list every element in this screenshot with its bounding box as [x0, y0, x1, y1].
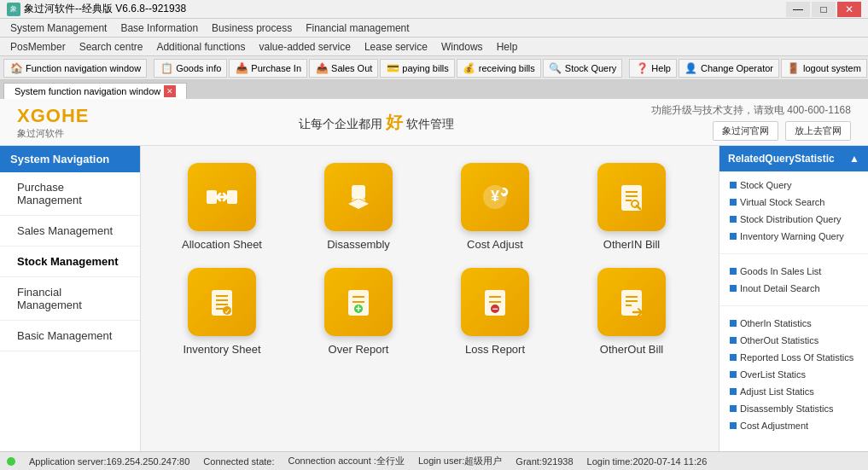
bullet-icon [730, 285, 737, 292]
sales-icon: 📤 [315, 61, 329, 75]
icon-item-otherout-bill[interactable]: OtherOut Bill [576, 268, 687, 356]
paying-icon: 💳 [386, 61, 399, 75]
login-time: Login time:2020-07-14 11:26 [587, 456, 708, 467]
toolbar-purchase-in[interactable]: 📥 Purchase In [229, 59, 307, 78]
bullet-icon [730, 216, 737, 223]
toolbar-sales-label: Sales Out [331, 63, 372, 73]
menu-lease-service[interactable]: Lease service [358, 39, 434, 55]
purchase-icon: 📥 [235, 61, 248, 75]
bullet-icon [730, 320, 737, 327]
menu-business-process[interactable]: Business process [205, 20, 299, 36]
toolbar-goods-info[interactable]: 📋 Goods info [154, 59, 227, 78]
menu-search-centre[interactable]: Search centre [73, 39, 150, 55]
icon-item-disassembly[interactable]: Disassembly [303, 163, 414, 251]
sidebar-item-stock-management[interactable]: Stock Management [0, 247, 140, 277]
loss-report-label: Loss Report [465, 343, 525, 356]
right-panel-stock-distribution-query[interactable]: Stock Distribution Query [726, 211, 861, 228]
tagline: 让每个企业都用 好 软件管理 [299, 111, 454, 134]
over-report-label: Over Report [329, 343, 389, 356]
close-button[interactable]: ✕ [837, 2, 861, 17]
server-info: Application server:169.254.250.247:80 [29, 456, 189, 467]
icon-item-allocation-sheet[interactable]: Allocation Sheet [166, 163, 277, 251]
menu-additional-functions[interactable]: Additional functions [149, 39, 252, 55]
title-text: 象过河软件--经典版 V6.6.8--921938 [24, 2, 186, 16]
tab-system-nav[interactable]: System function navigation window ✕ [3, 83, 187, 99]
right-panel-title: RelatedQueryStatistic [728, 153, 835, 165]
right-panel-section-3: OtherIn Statistics OtherOut Statistics R… [719, 310, 868, 439]
sidebar-item-financial-management[interactable]: Financial Management [0, 277, 140, 321]
right-panel-adjust-list-statics[interactable]: Adjust List Statics [726, 383, 861, 400]
icon-item-cost-adjust[interactable]: ¥ Cost Adjust [440, 163, 551, 251]
cost-adjust-label: Cost Adjust [467, 238, 523, 251]
close-icon: ✕ [164, 85, 176, 97]
go-up-button[interactable]: 放上去官网 [785, 121, 851, 141]
icon-item-inventory-sheet[interactable]: ✓ Inventory Sheet [166, 268, 277, 356]
logo-text: XGOHE [17, 105, 89, 127]
menu-system-management[interactable]: System Management [3, 20, 114, 36]
toolbar-sales-out[interactable]: 📤 Sales Out [309, 59, 378, 78]
official-site-button[interactable]: 象过河官网 [713, 121, 778, 141]
menu-help[interactable]: Help [490, 39, 525, 55]
right-panel-otherout-statistics[interactable]: OtherOut Statistics [726, 332, 861, 349]
toolbar-stock-query[interactable]: 🔍 Stock Query [543, 59, 623, 78]
right-panel-disassembly-statistics[interactable]: Disassembly Statistics [726, 400, 861, 417]
sidebar-item-purchase-management[interactable]: Purchase Management [0, 172, 140, 216]
tagline-part2: 软件管理 [406, 117, 454, 131]
loss-report-icon: − [461, 268, 529, 336]
right-panel-section-1: Stock Query Virtual Stock Search Stock D… [719, 171, 868, 250]
right-panel-expand-icon[interactable]: ▲ [849, 153, 859, 165]
right-divider-2 [719, 305, 868, 306]
bullet-icon [730, 182, 737, 189]
toolbar-change-operator[interactable]: 👤 Change Operator [679, 59, 779, 78]
maximize-button[interactable]: □ [812, 2, 836, 17]
title-bar-controls: — □ ✕ [786, 2, 861, 17]
svg-text:+: + [355, 303, 361, 315]
svg-text:¥: ¥ [491, 188, 499, 205]
grant-info: Grant:921938 [516, 456, 573, 467]
sidebar-item-sales-management[interactable]: Sales Management [0, 216, 140, 247]
toolbar-stock-query-label: Stock Query [565, 63, 617, 73]
toolbar-logout[interactable]: 🚪 logout system [781, 59, 867, 78]
header-banner: XGOHE 象过河软件 让每个企业都用 好 软件管理 功能升级与技术支持，请致电… [0, 99, 868, 146]
connected-label: Connected state: [203, 456, 274, 467]
toolbar-logout-label: logout system [803, 63, 861, 73]
minimize-button[interactable]: — [786, 2, 810, 17]
icon-item-over-report[interactable]: + Over Report [303, 268, 414, 356]
logout-icon: 🚪 [787, 61, 801, 75]
toolbar-function-nav[interactable]: 🏠 Function navigation window [3, 59, 147, 78]
toolbar-paying-bills[interactable]: 💳 paying bills [380, 59, 454, 78]
toolbar-paying-label: paying bills [402, 63, 448, 73]
right-panel-inout-detail-search[interactable]: Inout Detail Search [726, 280, 861, 297]
right-panel-otherin-statistics[interactable]: OtherIn Statistics [726, 315, 861, 332]
toolbar-receiving-bills[interactable]: 💰 receiving bills [457, 59, 541, 78]
title-bar: 象 象过河软件--经典版 V6.6.8--921938 — □ ✕ [0, 0, 868, 19]
menu-bar-row2: PosMember Search centre Additional funct… [0, 38, 868, 56]
allocation-sheet-label: Allocation Sheet [182, 238, 262, 251]
icon-grid-area: Allocation Sheet Disassembly ¥ [141, 146, 719, 470]
menu-financial-management[interactable]: Financial management [299, 20, 416, 36]
menu-base-information[interactable]: Base Information [114, 20, 205, 36]
inventory-sheet-label: Inventory Sheet [183, 343, 260, 356]
sidebar-item-basic-management[interactable]: Basic Management [0, 321, 140, 351]
bullet-icon [730, 371, 737, 378]
menu-value-added-service[interactable]: value-added service [252, 39, 357, 55]
operator-icon: 👤 [684, 61, 698, 75]
right-panel-cost-adjustment[interactable]: Cost Adjustment [726, 417, 861, 434]
menu-pos-member[interactable]: PosMember [3, 39, 73, 55]
menu-windows[interactable]: Windows [434, 39, 490, 55]
right-panel-goods-in-sales-list[interactable]: Goods In Sales List [726, 263, 861, 280]
right-panel-virtual-stock-search[interactable]: Virtual Stock Search [726, 194, 861, 211]
icon-item-otherin-bill[interactable]: OtherIN Bill [576, 163, 687, 251]
right-panel-stock-query[interactable]: Stock Query [726, 177, 861, 194]
right-panel-inventory-warning-query[interactable]: Inventory Warning Query [726, 228, 861, 245]
otherin-bill-label: OtherIN Bill [603, 238, 660, 251]
tagline-part1: 让每个企业都用 [299, 117, 382, 131]
tab-system-nav-label: System function navigation window [15, 86, 160, 96]
toolbar-help[interactable]: ❓ Help [629, 59, 677, 78]
svg-rect-0 [207, 190, 217, 204]
right-panel-overlist-statics[interactable]: OverList Statics [726, 366, 861, 383]
tab-close-button[interactable]: ✕ [164, 85, 176, 97]
right-panel-reported-loss-statistics[interactable]: Reported Loss Of Statistics [726, 349, 861, 366]
svg-text:−: − [492, 303, 498, 315]
icon-item-loss-report[interactable]: − Loss Report [440, 268, 551, 356]
